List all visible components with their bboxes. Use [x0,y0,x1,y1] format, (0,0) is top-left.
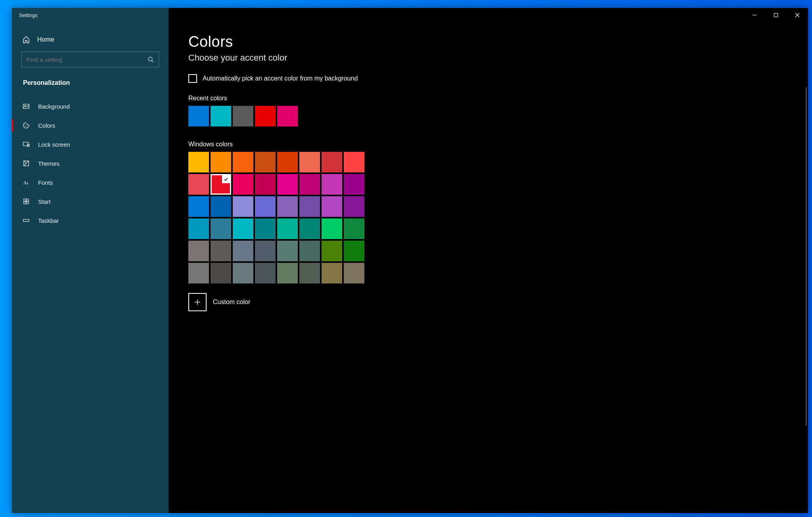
sidebar-item-label: Themes [38,160,59,167]
color-swatch[interactable] [233,263,253,283]
color-swatch[interactable] [233,241,253,261]
color-swatch[interactable] [299,152,320,172]
svg-text:A: A [26,182,29,185]
color-swatch[interactable] [322,152,342,172]
color-swatch[interactable] [344,241,364,261]
color-swatch[interactable] [233,218,253,239]
window-controls [744,8,808,22]
color-swatch[interactable] [188,152,209,172]
color-swatch[interactable] [211,152,231,172]
checkbox-box [188,74,197,83]
search-box[interactable] [21,52,159,67]
color-swatch[interactable] [211,218,231,239]
color-swatch[interactable] [322,263,342,283]
recent-color-swatch[interactable] [255,106,276,126]
color-swatch[interactable] [255,263,276,283]
close-button[interactable] [787,8,808,22]
color-swatch[interactable] [233,196,253,217]
themes-icon [22,159,30,167]
svg-rect-11 [23,142,29,146]
home-icon [22,36,30,44]
home-link[interactable]: Home [12,29,169,52]
maximize-button[interactable] [765,8,787,22]
start-icon [22,197,30,205]
color-swatch[interactable] [299,241,320,261]
color-swatch[interactable] [188,174,209,195]
color-swatch[interactable] [322,241,342,261]
sidebar-item-background[interactable]: Background [12,97,169,116]
color-swatch[interactable] [188,196,209,217]
custom-color-label: Custom color [213,299,250,306]
color-swatch[interactable] [344,218,364,239]
window-title: Settings [12,12,38,18]
svg-rect-18 [24,202,26,204]
color-swatch[interactable] [344,174,364,195]
sidebar-item-lock-screen[interactable]: Lock screen [12,135,169,154]
svg-point-4 [148,57,152,61]
sidebar: Home Personalization BackgroundColorsLoc… [12,8,169,513]
color-swatch[interactable] [188,263,209,283]
main-pane: Colors Choose your accent color Automati… [169,8,808,513]
color-swatch[interactable] [211,241,231,261]
color-swatch[interactable] [255,196,276,217]
category-label: Personalization [12,77,169,97]
settings-window: Settings Home [12,8,808,513]
recent-color-swatch[interactable] [188,106,209,126]
color-swatch[interactable] [233,152,253,172]
color-swatch[interactable] [322,218,342,239]
minimize-icon [752,13,757,17]
svg-point-9 [25,126,25,127]
recent-color-swatch[interactable] [233,106,253,126]
color-swatch[interactable] [277,196,298,217]
sidebar-item-label: Colors [38,122,55,129]
color-swatch[interactable] [277,174,298,195]
sidebar-item-label: Lock screen [38,141,70,148]
sidebar-item-fonts[interactable]: AAFonts [12,173,169,192]
sidebar-item-taskbar[interactable]: Taskbar [12,211,169,230]
taskbar-icon [22,216,30,224]
sidebar-item-label: Taskbar [38,217,59,224]
recent-color-swatch[interactable] [211,106,231,126]
nav-list: BackgroundColorsLock screenThemesAAFonts… [12,97,169,230]
color-swatch[interactable] [299,174,320,195]
close-icon [795,13,800,17]
color-swatch[interactable] [233,174,253,195]
color-swatch[interactable] [255,174,276,195]
recent-colors-row [188,106,788,126]
sidebar-item-colors[interactable]: Colors [12,116,169,135]
color-swatch[interactable] [299,218,320,239]
scrollbar[interactable] [806,87,807,426]
color-swatch[interactable] [277,263,298,283]
color-swatch[interactable] [322,174,342,195]
color-swatch[interactable] [299,263,320,283]
color-swatch[interactable] [322,196,342,217]
minimize-button[interactable] [744,8,765,22]
sidebar-item-label: Background [38,103,70,110]
sidebar-item-label: Fonts [38,179,53,186]
color-swatch[interactable] [255,218,276,239]
color-swatch[interactable] [211,174,231,195]
color-swatch[interactable] [188,218,209,239]
color-swatch[interactable] [277,241,298,261]
custom-color-row: Custom color [188,293,788,311]
color-swatch[interactable] [344,152,364,172]
color-swatch[interactable] [211,263,231,283]
color-swatch[interactable] [188,241,209,261]
color-swatch[interactable] [277,218,298,239]
color-swatch[interactable] [299,196,320,217]
color-swatch[interactable] [344,196,364,217]
svg-rect-19 [27,202,29,204]
svg-rect-20 [23,219,29,221]
custom-color-button[interactable] [188,293,207,311]
color-swatch[interactable] [255,241,276,261]
recent-color-swatch[interactable] [277,106,298,126]
auto-accent-checkbox[interactable]: Automatically pick an accent color from … [188,74,788,83]
color-swatch[interactable] [344,263,364,283]
sidebar-item-start[interactable]: Start [12,192,169,211]
color-swatch[interactable] [211,196,231,217]
sidebar-item-themes[interactable]: Themes [12,154,169,173]
color-swatch[interactable] [277,152,298,172]
color-swatch[interactable] [255,152,276,172]
page-subheading: Choose your accent color [188,53,788,63]
search-input[interactable] [27,56,147,63]
